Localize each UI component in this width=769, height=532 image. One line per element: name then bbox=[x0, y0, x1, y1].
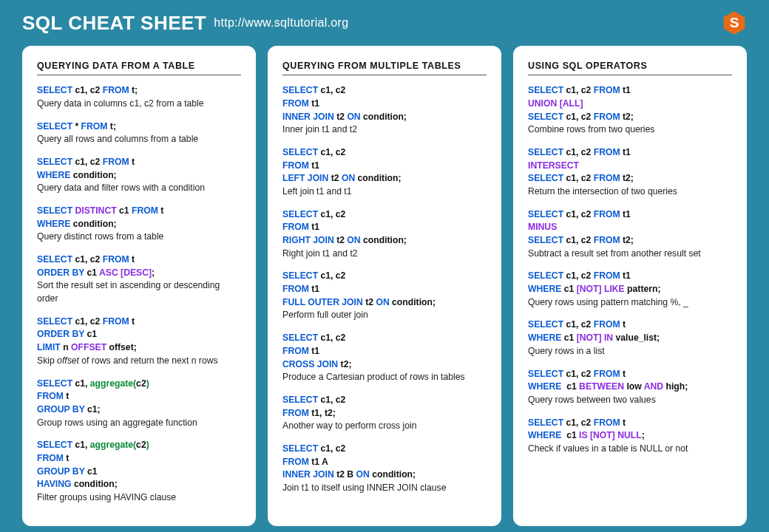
columns-container: QUERYING DATA FROM A TABLE SELECT c1, c2… bbox=[0, 40, 769, 526]
sql-code: SELECT c1, c2FROM t1INNER JOIN t2 ON con… bbox=[282, 84, 487, 123]
sql-block: SELECT c1, c2FROM t1 AINNER JOIN t2 B ON… bbox=[282, 443, 487, 495]
column-heading: QUERYING DATA FROM A TABLE bbox=[37, 59, 241, 75]
sql-description: Query rows in a list bbox=[528, 345, 732, 358]
sql-block: SELECT c1, aggregate(c2)FROM tGROUP BY c… bbox=[37, 439, 241, 504]
sql-code: SELECT c1, c2 FROM tWHERE c1 BETWEEN low… bbox=[528, 368, 732, 394]
sql-code: SELECT c1, aggregate(c2)FROM tGROUP BY c… bbox=[37, 378, 241, 417]
sql-code: SELECT c1, c2FROM t1RIGHT JOIN t2 ON con… bbox=[282, 208, 487, 248]
sql-description: Query distinct rows from a table bbox=[37, 231, 241, 244]
sql-code: SELECT c1, c2FROM t1FULL OUTER JOIN t2 O… bbox=[282, 270, 487, 309]
sql-description: Group rows using an aggregate function bbox=[37, 417, 241, 430]
sql-description: Query rows between two values bbox=[528, 394, 732, 407]
sql-block: SELECT c1, c2FROM t1INNER JOIN t2 ON con… bbox=[282, 84, 487, 137]
sql-description: Join t1 to itself using INNER JOIN claus… bbox=[282, 482, 487, 495]
sql-description: Subtract a result set from another resul… bbox=[528, 248, 732, 261]
sql-block: SELECT c1, aggregate(c2)FROM tGROUP BY c… bbox=[37, 378, 241, 430]
sql-description: Query rows using pattern matching %, _ bbox=[528, 296, 732, 310]
column-3: USING SQL OPERATORS SELECT c1, c2 FROM t… bbox=[513, 46, 747, 526]
sql-description: Filter groups using HAVING clause bbox=[37, 491, 241, 505]
sql-description: Skip offset of rows and return the next … bbox=[37, 355, 241, 368]
page-title: SQL CHEAT SHEET bbox=[22, 12, 206, 35]
logo-icon: S bbox=[722, 10, 747, 35]
sql-code: SELECT c1, c2FROM t1 AINNER JOIN t2 B ON… bbox=[282, 443, 487, 482]
column-heading: USING SQL OPERATORS bbox=[528, 59, 732, 75]
sql-code: SELECT c1, c2FROM t1, t2; bbox=[282, 394, 487, 420]
sql-code: SELECT c1, c2FROM t1LEFT JOIN t2 ON cond… bbox=[282, 146, 487, 185]
sql-code: SELECT c1, c2FROM t1CROSS JOIN t2; bbox=[282, 332, 487, 371]
sql-block: SELECT c1, c2FROM t1, t2;Another way to … bbox=[282, 394, 487, 433]
sql-description: Check if values in a table is NULL or no… bbox=[528, 443, 732, 456]
sql-code: SELECT c1, aggregate(c2)FROM tGROUP BY c… bbox=[37, 439, 241, 491]
sql-code: SELECT c1, c2 FROM t1INTERSECTSELECT c1,… bbox=[528, 146, 732, 185]
column-body: SELECT c1, c2FROM t1INNER JOIN t2 ON con… bbox=[282, 84, 487, 495]
sql-block: SELECT c1, c2 FROM t1UNION [ALL]SELECT c… bbox=[528, 84, 732, 137]
sql-block: SELECT * FROM t;Query all rows and colum… bbox=[37, 120, 241, 146]
sql-description: Inner join t1 and t2 bbox=[282, 123, 487, 137]
sql-code: SELECT c1, c2 FROM tWHERE c1 [NOT] IN va… bbox=[528, 318, 732, 344]
sql-block: SELECT c1, c2 FROM t1MINUSSELECT c1, c2 … bbox=[528, 208, 732, 261]
sql-description: Query data and filter rows with a condit… bbox=[37, 182, 241, 195]
sql-description: Sort the result set in ascending or desc… bbox=[37, 279, 241, 305]
sql-block: SELECT c1, c2FROM t1CROSS JOIN t2;Produc… bbox=[282, 332, 487, 384]
sql-description: Combine rows from two queries bbox=[528, 123, 732, 137]
sql-block: SELECT c1, c2FROM t1RIGHT JOIN t2 ON con… bbox=[282, 208, 487, 261]
sql-description: Query data in columns c1, c2 from a tabl… bbox=[37, 98, 241, 111]
column-1: QUERYING DATA FROM A TABLE SELECT c1, c2… bbox=[22, 46, 256, 526]
sql-code: SELECT c1, c2 FROM tWHERE c1 IS [NOT] NU… bbox=[528, 417, 732, 443]
sql-block: SELECT c1, c2 FROM tWHERE c1 BETWEEN low… bbox=[528, 368, 732, 407]
sql-description: Query all rows and columns from a table bbox=[37, 133, 241, 146]
sql-block: SELECT c1, c2FROM t1LEFT JOIN t2 ON cond… bbox=[282, 146, 487, 199]
sql-description: Perform full outer join bbox=[282, 309, 487, 322]
sql-block: SELECT c1, c2 FROM t1WHERE c1 [NOT] LIKE… bbox=[528, 270, 732, 309]
sql-block: SELECT c1, c2 FROM tWHERE condition;Quer… bbox=[37, 156, 241, 195]
sql-description: Produce a Cartesian product of rows in t… bbox=[282, 371, 487, 384]
header: SQL CHEAT SHEET http://www.sqltutorial.o… bbox=[0, 0, 769, 40]
sql-block: SELECT DISTINCT c1 FROM tWHERE condition… bbox=[37, 205, 241, 244]
sql-code: SELECT c1, c2 FROM t1UNION [ALL]SELECT c… bbox=[528, 84, 732, 123]
sql-code: SELECT * FROM t; bbox=[37, 120, 241, 134]
sql-code: SELECT c1, c2 FROM t; bbox=[37, 84, 241, 98]
sql-code: SELECT DISTINCT c1 FROM tWHERE condition… bbox=[37, 205, 241, 231]
sql-block: SELECT c1, c2 FROM tWHERE c1 IS [NOT] NU… bbox=[528, 417, 732, 456]
sql-code: SELECT c1, c2 FROM t1WHERE c1 [NOT] LIKE… bbox=[528, 270, 732, 296]
sql-block: SELECT c1, c2FROM t1FULL OUTER JOIN t2 O… bbox=[282, 270, 487, 322]
column-heading: QUERYING FROM MULTIPLE TABLES bbox=[282, 59, 487, 75]
sql-code: SELECT c1, c2 FROM tORDER BY c1LIMIT n O… bbox=[37, 316, 241, 355]
sql-description: Return the intersection of two queries bbox=[528, 185, 732, 199]
sql-code: SELECT c1, c2 FROM tWHERE condition; bbox=[37, 156, 241, 182]
sql-code: SELECT c1, c2 FROM t1MINUSSELECT c1, c2 … bbox=[528, 208, 732, 248]
sql-description: Right join t1 and t2 bbox=[282, 248, 487, 261]
sql-block: SELECT c1, c2 FROM tORDER BY c1LIMIT n O… bbox=[37, 316, 241, 368]
sql-block: SELECT c1, c2 FROM t1INTERSECTSELECT c1,… bbox=[528, 146, 732, 199]
sql-block: SELECT c1, c2 FROM tORDER BY c1 ASC [DES… bbox=[37, 253, 241, 306]
column-2: QUERYING FROM MULTIPLE TABLES SELECT c1,… bbox=[268, 46, 501, 526]
sql-code: SELECT c1, c2 FROM tORDER BY c1 ASC [DES… bbox=[37, 253, 241, 279]
column-body: SELECT c1, c2 FROM t1UNION [ALL]SELECT c… bbox=[528, 84, 732, 456]
sql-description: Left join t1 and t1 bbox=[282, 185, 487, 199]
source-url: http://www.sqltutorial.org bbox=[214, 16, 348, 30]
sql-block: SELECT c1, c2 FROM t;Query data in colum… bbox=[37, 84, 241, 110]
column-body: SELECT c1, c2 FROM t;Query data in colum… bbox=[37, 84, 241, 505]
svg-text:S: S bbox=[730, 15, 739, 30]
sql-description: Another way to perform cross join bbox=[282, 420, 487, 433]
sql-block: SELECT c1, c2 FROM tWHERE c1 [NOT] IN va… bbox=[528, 318, 732, 358]
